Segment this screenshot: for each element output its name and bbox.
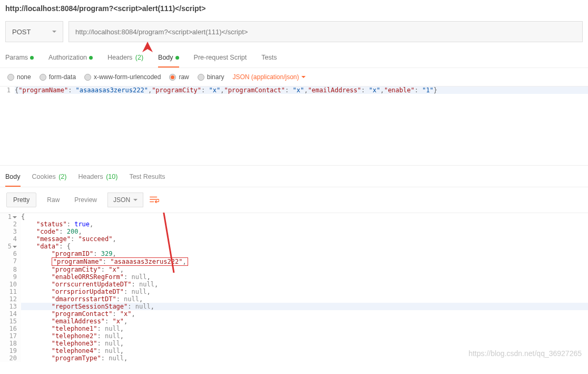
tab-body[interactable]: Body bbox=[158, 54, 179, 68]
response-code-line: "programID": 329, bbox=[21, 250, 588, 257]
response-code-line: "programCity": "x", bbox=[21, 266, 588, 273]
line-number: 1 bbox=[0, 213, 21, 220]
request-tabs: ParamsAuthorizationHeaders (2)BodyPre-re… bbox=[0, 46, 588, 68]
response-editor[interactable]: 1{2 "status": true,3 "code": 200,4 "mess… bbox=[0, 213, 588, 362]
response-code-line: "data": { bbox=[21, 243, 588, 250]
body-type-row: noneform-datax-www-form-urlencodedrawbin… bbox=[0, 68, 588, 87]
line-number: 17 bbox=[0, 332, 21, 340]
radio-icon bbox=[198, 74, 204, 81]
line-number: 6 bbox=[0, 250, 21, 257]
response-code-line: "message": "succeed", bbox=[21, 235, 588, 243]
response-tabs: BodyCookies (2)Headers (10)Test Results bbox=[0, 166, 588, 187]
line-number: 9 bbox=[0, 273, 21, 281]
tab-authorization[interactable]: Authorization bbox=[48, 54, 93, 68]
line-number: 11 bbox=[0, 288, 21, 295]
body-type-x-www-form-urlencoded[interactable]: x-www-form-urlencoded bbox=[84, 73, 161, 81]
radio-icon bbox=[84, 74, 91, 81]
radio-icon bbox=[7, 74, 14, 81]
fold-icon[interactable] bbox=[13, 246, 17, 250]
fold-icon[interactable] bbox=[13, 216, 17, 220]
url-input-value: http://localhost:8084/program?<script>al… bbox=[75, 28, 248, 36]
body-type-form-data[interactable]: form-data bbox=[40, 73, 76, 81]
response-code-line: "programContact": "x", bbox=[21, 310, 588, 318]
chevron-down-icon bbox=[133, 199, 138, 203]
chevron-down-icon bbox=[52, 31, 56, 35]
response-code-line: "dmarorrsstartDT": null, bbox=[21, 295, 588, 303]
tab-headers[interactable]: Headers (2) bbox=[107, 54, 143, 68]
response-code-line: "status": true, bbox=[21, 220, 588, 228]
line-number: 2 bbox=[0, 220, 21, 228]
body-type-none[interactable]: none bbox=[7, 73, 31, 81]
request-bar: POST http://localhost:8084/program?<scri… bbox=[0, 17, 588, 46]
wrap-lines-icon[interactable] bbox=[150, 196, 159, 205]
response-code-line: "telephone1": null, bbox=[21, 325, 588, 332]
line-number: 7 bbox=[0, 257, 21, 266]
url-input[interactable]: http://localhost:8084/program?<script>al… bbox=[68, 21, 583, 42]
response-tab-cookies[interactable]: Cookies (2) bbox=[32, 173, 67, 187]
response-tab-test-results[interactable]: Test Results bbox=[129, 173, 165, 187]
body-type-binary[interactable]: binary bbox=[198, 73, 224, 81]
line-number: 19 bbox=[0, 347, 21, 354]
response-code-line: "emailAddress": "x", bbox=[21, 318, 588, 325]
radio-icon bbox=[169, 74, 176, 81]
response-code-line: "enableORRSRegForm": null, bbox=[21, 273, 588, 281]
response-code-line: { bbox=[21, 213, 588, 220]
body-type-raw[interactable]: raw bbox=[169, 73, 189, 81]
line-number: 13 bbox=[0, 303, 21, 310]
line-number: 8 bbox=[0, 266, 21, 273]
line-number: 12 bbox=[0, 295, 21, 303]
preview-button[interactable]: Preview bbox=[70, 193, 101, 207]
response-code-line: "programName": "asaaasas3zerus222", bbox=[21, 257, 588, 266]
raw-button[interactable]: Raw bbox=[43, 193, 64, 207]
response-code-line: "telephone2": null, bbox=[21, 332, 588, 340]
response-toolbar: Pretty Raw Preview JSON bbox=[0, 187, 588, 213]
response-tab-headers[interactable]: Headers (10) bbox=[78, 173, 117, 187]
line-number: 1 bbox=[0, 87, 15, 94]
line-number: 15 bbox=[0, 318, 21, 325]
watermark-text: https://blog.csdn.net/qq_36927265 bbox=[468, 349, 582, 358]
http-method-value: POST bbox=[12, 28, 31, 36]
tab-params[interactable]: Params bbox=[5, 54, 34, 68]
pretty-button[interactable]: Pretty bbox=[6, 193, 36, 207]
line-number: 20 bbox=[0, 354, 21, 362]
line-number: 14 bbox=[0, 310, 21, 318]
line-number: 3 bbox=[0, 228, 21, 235]
response-code-line: "orrspriorUpdateDT": null, bbox=[21, 288, 588, 295]
chevron-down-icon bbox=[301, 76, 306, 80]
response-code-line: "orrscurrentUpdateDT": null, bbox=[21, 281, 588, 288]
line-number: 18 bbox=[0, 340, 21, 347]
tab-title: http://localhost:8084/program?<script>al… bbox=[0, 0, 588, 17]
response-code-line: "code": 200, bbox=[21, 228, 588, 235]
tab-pre-request-script[interactable]: Pre-request Script bbox=[194, 54, 247, 68]
format-select[interactable]: JSON bbox=[107, 193, 143, 207]
response-code-line: "telephone3": null, bbox=[21, 340, 588, 347]
radio-icon bbox=[40, 74, 46, 81]
response-body: 1{2 "status": true,3 "code": 200,4 "mess… bbox=[0, 213, 588, 362]
line-number: 4 bbox=[0, 235, 21, 243]
response-code-line: "reportSessionStage": null, bbox=[21, 303, 588, 310]
request-body-code: {"programName": "asaaasas3alert(111)zeru… bbox=[15, 87, 588, 94]
format-value: JSON bbox=[113, 196, 130, 204]
line-number: 10 bbox=[0, 281, 21, 288]
tab-tests[interactable]: Tests bbox=[261, 54, 277, 68]
content-type-select[interactable]: JSON (application/json) bbox=[232, 73, 305, 81]
line-number: 16 bbox=[0, 325, 21, 332]
http-method-select[interactable]: POST bbox=[5, 21, 63, 42]
request-body-editor[interactable]: 1 {"programName": "asaaasas3alert(111)ze… bbox=[0, 87, 588, 166]
line-number: 5 bbox=[0, 243, 21, 250]
response-tab-body[interactable]: Body bbox=[5, 173, 21, 187]
